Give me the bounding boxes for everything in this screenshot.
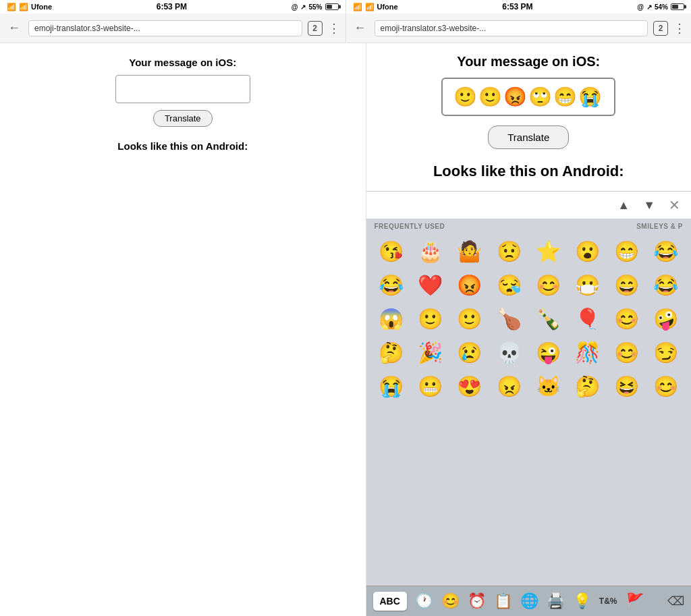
emoji-cell[interactable]: 🤷 — [450, 234, 489, 268]
emoji-cell[interactable]: 😁 — [607, 234, 646, 268]
emoji-cell[interactable]: ⭐ — [528, 234, 568, 268]
globe-button[interactable]: 🌐 — [520, 592, 538, 610]
emoji-cell[interactable]: 🍗 — [489, 302, 528, 335]
emoji-cell[interactable]: 😬 — [411, 369, 450, 403]
tab-count-left[interactable]: 2 — [308, 21, 323, 36]
signal-icon-right: 📶 — [353, 3, 362, 11]
gif-button[interactable]: ⏰ — [468, 592, 486, 610]
android-label-left: Looks like this on Android: — [117, 140, 248, 152]
sticker-button[interactable]: 📋 — [494, 592, 512, 610]
emoji-cell[interactable]: 😮 — [568, 234, 607, 268]
panel-right: Your message on iOS: 🙂🙂😡🙄😁😭 Translate Lo… — [366, 43, 692, 616]
delete-button[interactable]: ⌫ — [667, 594, 684, 609]
location-icon-left: @ — [292, 3, 298, 11]
ios-input-left[interactable] — [115, 75, 250, 103]
battery-right — [671, 3, 684, 10]
time-right: 6:53 PM — [502, 2, 532, 11]
category-frequently-used: FREQUENTLY USED — [375, 223, 445, 230]
translate-button-right[interactable]: Translate — [488, 125, 569, 149]
arrow-icon-left: ↗ — [300, 3, 306, 11]
emoji-picker: FREQUENTLY USED SMILEYS & P 😘🎂🤷😟⭐😮😁😂😂❤️😡… — [366, 219, 692, 586]
emoji-cell[interactable]: 🤪 — [646, 302, 686, 335]
emoji-cell[interactable]: 😏 — [646, 335, 686, 369]
keyboard-up-button[interactable]: ▲ — [613, 197, 634, 214]
carrier-right: 📶 📶 Ufone — [353, 3, 398, 11]
emoji-cell[interactable]: 😭 — [372, 369, 411, 403]
idea-button[interactable]: 💡 — [573, 592, 591, 610]
emoji-cell[interactable]: 😢 — [450, 335, 489, 369]
recent-emoji-button[interactable]: 🕐 — [415, 592, 433, 610]
right-icons-right: @ ↗ 54% — [637, 3, 684, 11]
emoji-cell[interactable]: 🙂 — [450, 302, 489, 335]
menu-button-left[interactable]: ⋮ — [328, 21, 340, 36]
emoji-button[interactable]: 😊 — [441, 592, 460, 610]
battery-percent-right: 54% — [655, 3, 668, 11]
emoji-cell[interactable]: ❤️ — [411, 268, 450, 302]
emoji-cell[interactable]: 🙂 — [411, 302, 450, 335]
emoji-cell[interactable]: 😟 — [489, 234, 528, 268]
keyboard-close-button[interactable]: ✕ — [665, 196, 684, 215]
keyboard-down-button[interactable]: ▼ — [639, 197, 659, 214]
emoji-cell[interactable]: 😊 — [528, 268, 568, 302]
emoji-cell[interactable]: 🤔 — [372, 335, 411, 369]
emoji-cell[interactable]: 😂 — [646, 234, 686, 268]
emoji-cell[interactable]: 😄 — [607, 268, 646, 302]
main-area: Your message on iOS: Translate Looks lik… — [0, 43, 691, 616]
browser-chrome-right: ← emoji-translator.s3-website-... 2 ⋮ — [346, 13, 692, 43]
emoji-cell[interactable]: 😂 — [646, 268, 686, 302]
right-top-content: Your message on iOS: 🙂🙂😡🙄😁😭 Translate Lo… — [366, 43, 692, 191]
emoji-category-bar: FREQUENTLY USED SMILEYS & P — [366, 219, 692, 231]
battery-left — [325, 3, 339, 10]
emoji-cell[interactable]: 🍾 — [528, 302, 568, 335]
emoji-cell[interactable]: 😂 — [372, 268, 411, 302]
status-bar-left: 📶 📶 Ufone 6:53 PM @ ↗ 55% — [0, 0, 346, 13]
emoji-cell[interactable]: 🎊 — [568, 335, 607, 369]
battery-percent-left: 55% — [308, 3, 322, 11]
emoji-cell[interactable]: 😠 — [489, 369, 528, 403]
back-button-right[interactable]: ← — [352, 20, 369, 36]
url-bar-left[interactable]: emoji-translator.s3-website-... — [28, 20, 302, 36]
menu-button-right[interactable]: ⋮ — [673, 21, 686, 36]
emoji-cell[interactable]: 😷 — [568, 268, 607, 302]
browser-row: ← emoji-translator.s3-website-... 2 ⋮ ← … — [0, 13, 691, 43]
emoji-cell[interactable]: 🎂 — [411, 234, 450, 268]
abc-button[interactable]: ABC — [373, 592, 407, 611]
category-smileys: SMILEYS & P — [636, 223, 683, 230]
url-bar-right[interactable]: emoji-translator.s3-website-... — [375, 20, 648, 36]
emoji-cell[interactable]: 😪 — [489, 268, 528, 302]
emoji-cell[interactable]: 🤔 — [568, 369, 607, 403]
emoji-cell[interactable]: 🎉 — [411, 335, 450, 369]
emoji-cell[interactable]: 😆 — [607, 369, 646, 403]
emoji-cell[interactable]: 😱 — [372, 302, 411, 335]
panel-left: Your message on iOS: Translate Looks lik… — [0, 43, 366, 616]
keyboard-toolbar: ▲ ▼ ✕ — [366, 192, 692, 219]
carrier-name-right: Ufone — [377, 3, 398, 11]
back-button-left[interactable]: ← — [5, 20, 23, 36]
emoji-cell[interactable]: 😊 — [646, 369, 686, 403]
arrow-icon-right: ↗ — [646, 3, 652, 11]
special-chars-button[interactable]: T&% — [599, 596, 617, 606]
emoji-cell[interactable]: 😘 — [372, 234, 411, 268]
wifi-icon-left: 📶 — [19, 3, 28, 11]
emoji-cell[interactable]: 😊 — [607, 335, 646, 369]
print-button[interactable]: 🖨️ — [547, 592, 565, 610]
emoji-cell[interactable]: 😍 — [450, 369, 489, 403]
ios-emoji-box[interactable]: 🙂🙂😡🙄😁😭 — [441, 78, 615, 116]
emoji-cell[interactable]: 😊 — [607, 302, 646, 335]
carrier-left: 📶 📶 Ufone — [7, 3, 52, 11]
translate-button-left[interactable]: Translate — [153, 110, 213, 127]
emoji-cell[interactable]: 😜 — [528, 335, 568, 369]
emoji-cell[interactable]: 😡 — [450, 268, 489, 302]
status-bar-right: 📶 📶 Ufone 6:53 PM @ ↗ 54% — [346, 0, 692, 13]
tab-count-right[interactable]: 2 — [653, 21, 668, 36]
carrier-name-left: Ufone — [31, 3, 52, 11]
location-icon-right: @ — [637, 3, 644, 11]
right-icons-left: @ ↗ 55% — [292, 3, 339, 11]
android-label-right: Looks like this on Android: — [433, 163, 624, 180]
emoji-grid: 😘🎂🤷😟⭐😮😁😂😂❤️😡😪😊😷😄😂😱🙂🙂🍗🍾🎈😊🤪🤔🎉😢💀😜🎊😊😏😭😬😍😠🐱🤔😆… — [366, 231, 692, 405]
flag-button[interactable]: 🚩 — [626, 592, 644, 610]
emoji-cell[interactable]: 🎈 — [568, 302, 607, 335]
emoji-cell[interactable]: 💀 — [489, 335, 528, 369]
emoji-cell[interactable]: 🐱 — [528, 369, 568, 403]
ios-label-left: Your message on iOS: — [129, 57, 236, 68]
